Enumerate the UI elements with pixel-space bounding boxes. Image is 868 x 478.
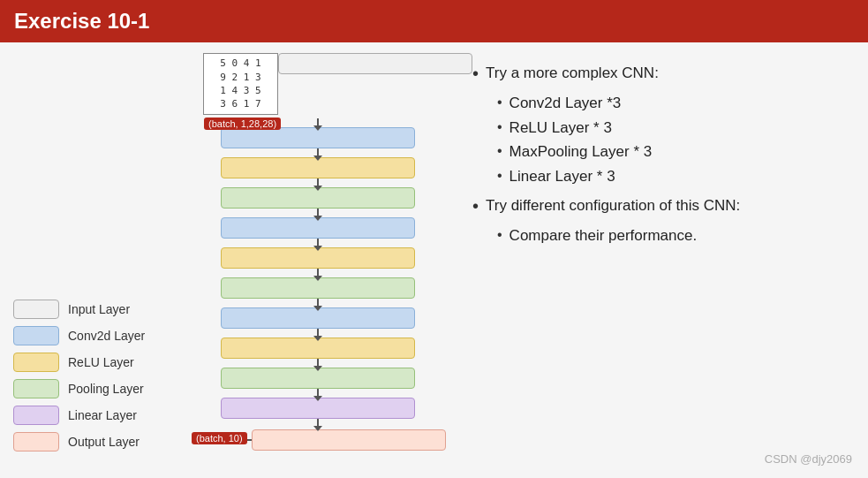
sub-bullet-0-2: • MaxPooling Layer * 3 — [497, 140, 842, 163]
arrow-last — [317, 419, 319, 428]
legend-box-output — [13, 432, 59, 451]
bottom-row: (batch, 10) — [190, 429, 446, 451]
sub-dot-0-1: • — [497, 117, 502, 138]
arrow-10 — [317, 389, 319, 398]
sub-text-0-1: ReLU Layer * 3 — [509, 117, 612, 140]
legend-label-relu: ReLU Layer — [68, 355, 134, 369]
sub-bullet-0-3: • Linear Layer * 3 — [497, 165, 842, 188]
arrow-5 — [317, 239, 319, 247]
input-image: 5 0 4 1 9 2 1 3 1 4 3 5 3 6 1 7 (batch, … — [203, 53, 278, 115]
layers-column — [190, 118, 446, 428]
watermark: CSDN @djy2069 — [765, 452, 852, 466]
sub-bullet-0-1: • ReLU Layer * 3 — [497, 117, 842, 140]
batch-label-bottom: (batch, 10) — [192, 432, 247, 444]
bullet-main-1: • Try different configuration of this CN… — [472, 194, 842, 217]
bullet-main-0: • Try a more complex CNN: — [472, 62, 842, 85]
info-panel: • Try a more complex CNN: • Conv2d Layer… — [455, 53, 859, 466]
legend-box-conv2d — [13, 326, 59, 345]
arrow-7 — [317, 299, 319, 307]
bullet-dot-0: • — [472, 62, 479, 85]
sub-text-0-2: MaxPooling Layer * 3 — [509, 140, 653, 163]
legend-box-input — [13, 300, 59, 319]
legend-label-output: Output Layer — [68, 435, 140, 449]
legend-item-relu: ReLU Layer — [13, 353, 181, 372]
bullet-text-1: Try different configuration of this CNN: — [486, 194, 740, 217]
sub-bullets-0: • Conv2d Layer *3 • ReLU Layer * 3 • Max… — [497, 92, 842, 187]
legend-label-conv2d: Conv2d Layer — [68, 329, 145, 343]
legend-label-input: Input Layer — [68, 302, 130, 316]
legend-label-linear: Linear Layer — [68, 408, 137, 422]
sub-dot-0-0: • — [497, 92, 502, 113]
legend-box-pool — [13, 379, 59, 398]
legend-label-pool: Pooling Layer — [68, 382, 144, 396]
sub-text-1-0: Compare their performance. — [509, 224, 698, 247]
sub-text-0-3: Linear Layer * 3 — [509, 165, 615, 188]
legend-item-pool: Pooling Layer — [13, 379, 181, 398]
bullet-dot-1: • — [472, 194, 479, 217]
input-image-text: 5 0 4 1 9 2 1 3 1 4 3 5 3 6 1 7 — [220, 57, 260, 111]
sub-dot-1-0: • — [497, 224, 502, 246]
legend-panel: Input Layer Conv2d Layer ReLU Layer Pool… — [9, 53, 181, 466]
sub-bullet-0-0: • Conv2d Layer *3 — [497, 92, 842, 115]
arrow-6 — [317, 269, 319, 277]
sub-text-0-0: Conv2d Layer *3 — [509, 92, 622, 115]
header: Exercise 10-1 — [0, 0, 868, 42]
sub-dot-0-2: • — [497, 140, 502, 162]
arrow-9 — [317, 359, 319, 368]
arrow-8 — [317, 329, 319, 338]
layer-input — [278, 53, 472, 74]
sub-bullets-1: • Compare their performance. — [497, 224, 842, 247]
legend-item-linear: Linear Layer — [13, 406, 181, 425]
arrow-4 — [317, 209, 319, 217]
header-title: Exercise 10-1 — [14, 9, 149, 33]
network-diagram: 5 0 4 1 9 2 1 3 1 4 3 5 3 6 1 7 (batch, … — [181, 53, 455, 466]
arrow-2 — [317, 148, 319, 157]
sub-dot-0-3: • — [497, 165, 502, 186]
legend-box-linear — [13, 406, 59, 425]
batch-label-top: (batch, 1,28,28) — [204, 118, 281, 130]
legend-box-relu — [13, 353, 59, 372]
legend-item-output: Output Layer — [13, 432, 181, 451]
arrow-3 — [317, 178, 319, 187]
legend-item-conv2d: Conv2d Layer — [13, 326, 181, 345]
bullet-text-0: Try a more complex CNN: — [486, 62, 659, 85]
arrow-1 — [317, 118, 319, 127]
legend-item-input: Input Layer — [13, 300, 181, 319]
layer-output-bar — [252, 429, 446, 451]
sub-bullet-1-0: • Compare their performance. — [497, 224, 842, 247]
